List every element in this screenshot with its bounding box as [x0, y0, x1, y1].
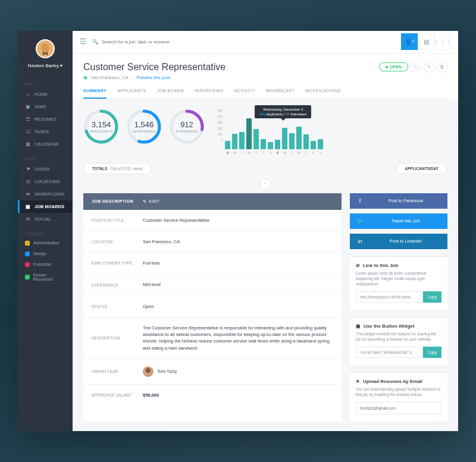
category-color-icon	[25, 275, 30, 279]
job-row-status: STATUSOpen	[83, 296, 342, 318]
tab-broadcast[interactable]: BROADCAST	[266, 89, 295, 99]
sidebar-item-tasks[interactable]: ☑TASKS	[18, 125, 73, 138]
grid-icon-button[interactable]: ⋮⋮⋮	[434, 33, 451, 50]
tab-summary[interactable]: SUMMARY	[83, 89, 107, 99]
job-row-experience: EXPERIENCEMid-level	[83, 274, 342, 296]
header-actions: OPEN ☐ ✎ 🗑	[379, 62, 447, 73]
bar[interactable]	[296, 127, 302, 149]
sidebar-item-locations[interactable]: ◎LOCATIONS	[18, 175, 73, 188]
collapse-button[interactable]: ⌃	[260, 179, 271, 190]
category-color-icon	[25, 252, 30, 256]
sidebar-item-resumes[interactable]: ☰RESUMES	[18, 113, 73, 125]
sidebar-item-workflows[interactable]: ⇄WORKFLOWS	[18, 188, 73, 200]
bar[interactable]	[232, 134, 237, 149]
job-boards-icon: ▦	[25, 204, 31, 209]
job-row-position-title: POSITION TITLECustomer Service Represent…	[83, 210, 342, 231]
stats-row: 3,154APPLICANTS1,546INTERVIEWS912FORWARD…	[83, 109, 447, 155]
bar[interactable]	[225, 141, 230, 149]
bar[interactable]	[282, 128, 287, 149]
category-design[interactable]: Design	[18, 249, 73, 259]
bookmark-icon[interactable]: ☐	[411, 62, 421, 73]
bar[interactable]	[318, 139, 323, 149]
bar[interactable]	[268, 142, 273, 149]
category-administrative[interactable]: ✓Administrative	[18, 238, 73, 249]
search[interactable]: 🔍	[92, 39, 395, 45]
nav-section-categories: Categories	[18, 225, 73, 238]
tab-job-description[interactable]: JOB DESCRIPTION	[92, 199, 133, 204]
share-facebook-button[interactable]: fPost to Facebook	[350, 193, 447, 209]
search-input[interactable]	[102, 39, 395, 45]
nav-section-admin: Admin	[18, 150, 73, 163]
locations-icon: ◎	[25, 179, 31, 184]
hiring-lead-avatar	[143, 366, 154, 377]
calendar-icon: ▦	[25, 142, 31, 147]
profile[interactable]: Newton Barley ▾	[18, 31, 73, 76]
bar[interactable]	[289, 133, 295, 149]
totals-badge: TOTALS · Out of 5,231 views	[83, 163, 152, 174]
chart-title-badge: APPLICANTS/DAY	[396, 163, 447, 174]
add-user-button[interactable]: 👤⁺	[401, 33, 418, 50]
home-icon: ⌂	[25, 92, 31, 97]
bar[interactable]	[253, 129, 259, 149]
tab-activity[interactable]: ACTIVITY	[234, 89, 255, 99]
widget-code-input[interactable]	[356, 347, 423, 358]
sidebar-item-home[interactable]: ⌂HOME	[18, 88, 73, 100]
trash-icon[interactable]: 🗑	[437, 62, 447, 73]
bar[interactable]	[261, 139, 266, 149]
bar[interactable]	[303, 134, 309, 149]
calendar-icon-button[interactable]: ▤	[418, 33, 434, 50]
page-subtitle: ◉ San Francisco, CA · Preview this post	[83, 75, 226, 80]
widget-icon: ▣	[356, 323, 361, 329]
gauge-applicants: 3,154APPLICANTS	[83, 109, 119, 155]
linkedin-icon: in	[356, 238, 364, 244]
link-section: ⊘Link to this Job Lorem ipsum dolor sit …	[350, 256, 447, 310]
gauge-interviews: 1,546INTERVIEWS	[126, 109, 162, 155]
content: 3,154APPLICANTS1,546INTERVIEWS912FORWARD…	[73, 99, 458, 432]
bar[interactable]	[275, 140, 280, 149]
job-row-location: LOCATIONSan Francisco, CA	[83, 231, 342, 253]
bar[interactable]	[246, 118, 252, 149]
side-column: fPost to Facebook 🐦Tweet this Job inPost…	[350, 193, 447, 422]
avatar	[36, 39, 55, 58]
tab-notifications[interactable]: NOTIFICATIONS	[305, 89, 341, 99]
bar[interactable]	[311, 141, 316, 149]
preview-link[interactable]: Preview this post	[137, 75, 171, 80]
email-input[interactable]	[356, 402, 441, 414]
sidebar: Newton Barley ▾ Main ⌂HOME▣JOBS☰RESUMES☑…	[18, 31, 73, 432]
job-row-description: DESCRIPTIONThe Customer Service Represen…	[83, 318, 342, 359]
social-icon: ✉	[25, 216, 31, 222]
stat-badges: TOTALS · Out of 5,231 views APPLICANTS/D…	[83, 163, 447, 174]
sidebar-item-social[interactable]: ✉SOCIAL	[18, 213, 73, 225]
sidebar-item-job-boards[interactable]: ▦JOB BOARDS	[18, 200, 73, 213]
tab-job-board[interactable]: JOB BOARD	[157, 89, 184, 99]
top-actions: 👤⁺ ▤ ⋮⋮⋮	[401, 33, 451, 50]
edit-icon[interactable]: ✎	[424, 62, 434, 73]
link-url-input[interactable]	[356, 291, 423, 303]
facebook-icon: f	[356, 198, 364, 204]
jobs-icon: ▣	[25, 104, 31, 109]
share-twitter-button[interactable]: 🐦Tweet this Job	[350, 213, 447, 229]
sidebar-item-calendar[interactable]: ▦CALENDAR	[18, 138, 73, 150]
share-linkedin-button[interactable]: inPost to LinkedIn	[350, 234, 447, 249]
tab-applicants[interactable]: APPLICANTS	[117, 89, 146, 99]
sidebar-item-users[interactable]: ⚑USERS	[18, 163, 73, 175]
search-icon: 🔍	[92, 39, 98, 45]
location-text: San Francisco, CA	[91, 75, 129, 80]
gauges: 3,154APPLICANTS1,546INTERVIEWS912FORWARD…	[83, 109, 205, 155]
tab-edit[interactable]: ✎EDIT	[143, 199, 159, 204]
job-row-hiring-lead: HIRING LEADTom Tizzy	[83, 359, 342, 385]
job-row-salary: APPROVED SALARY$58,000	[83, 385, 342, 406]
pencil-icon: ✎	[143, 199, 146, 204]
status-badge[interactable]: OPEN	[379, 62, 408, 71]
menu-toggle-icon[interactable]: ☲	[80, 37, 86, 46]
tab-interviews[interactable]: INTERVIEWS	[195, 89, 223, 99]
copy-link-button[interactable]: Copy	[423, 291, 441, 303]
bar[interactable]	[239, 132, 245, 149]
category-executive[interactable]: Executive	[18, 259, 73, 270]
category-human-resources[interactable]: Human Resources	[18, 270, 73, 284]
chevron-down-icon: ▾	[60, 63, 62, 68]
sidebar-item-jobs[interactable]: ▣JOBS	[18, 100, 73, 113]
twitter-icon: 🐦	[356, 218, 364, 224]
copy-widget-button[interactable]: Copy	[423, 347, 441, 358]
page-header: Customer Service Representative ◉ San Fr…	[73, 54, 458, 99]
